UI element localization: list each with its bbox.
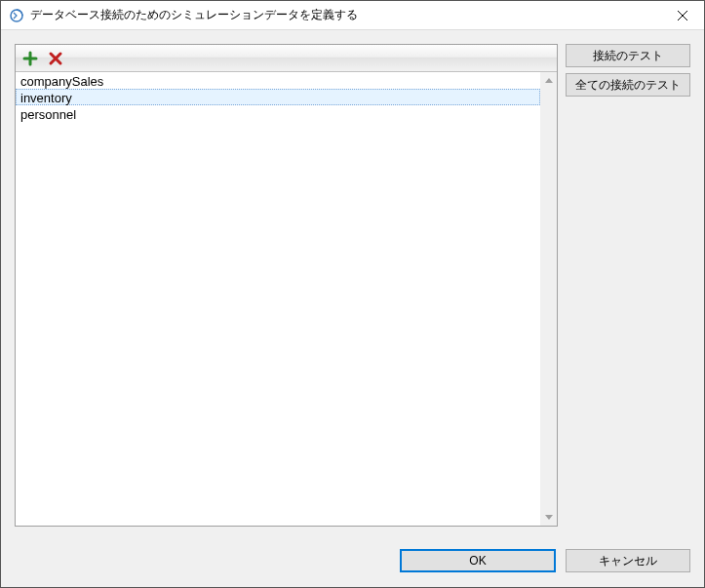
scrollbar[interactable] [540,72,557,526]
content-area: companySales inventory personnel 接続のテスト … [1,30,704,540]
dialog-window: データベース接続のためのシミュレーションデータを定義する companySale… [0,0,705,588]
scroll-up-icon[interactable] [540,72,557,89]
delete-button[interactable] [45,48,66,69]
scroll-down-icon[interactable] [540,509,557,526]
list-item[interactable]: companySales [16,72,540,89]
list-item[interactable]: personnel [16,105,540,122]
toolbar [16,45,557,72]
test-all-connections-button[interactable]: 全ての接続のテスト [566,73,690,97]
test-connection-button[interactable]: 接続のテスト [566,44,690,67]
close-button[interactable] [660,1,704,29]
list-item[interactable]: inventory [16,89,540,105]
add-button[interactable] [20,48,41,69]
app-icon [9,8,24,23]
cancel-button[interactable]: キャンセル [566,549,690,572]
left-panel: companySales inventory personnel [15,44,558,527]
x-icon [48,51,63,66]
bottom-area: OK キャンセル [1,540,704,587]
list-area: companySales inventory personnel [16,72,557,526]
ok-button[interactable]: OK [400,549,556,572]
connection-list[interactable]: companySales inventory personnel [16,72,540,526]
window-title: データベース接続のためのシミュレーションデータを定義する [30,7,660,23]
titlebar: データベース接続のためのシミュレーションデータを定義する [1,1,704,30]
plus-icon [22,51,38,66]
close-icon [678,11,687,20]
right-panel: 接続のテスト 全ての接続のテスト [566,44,690,527]
